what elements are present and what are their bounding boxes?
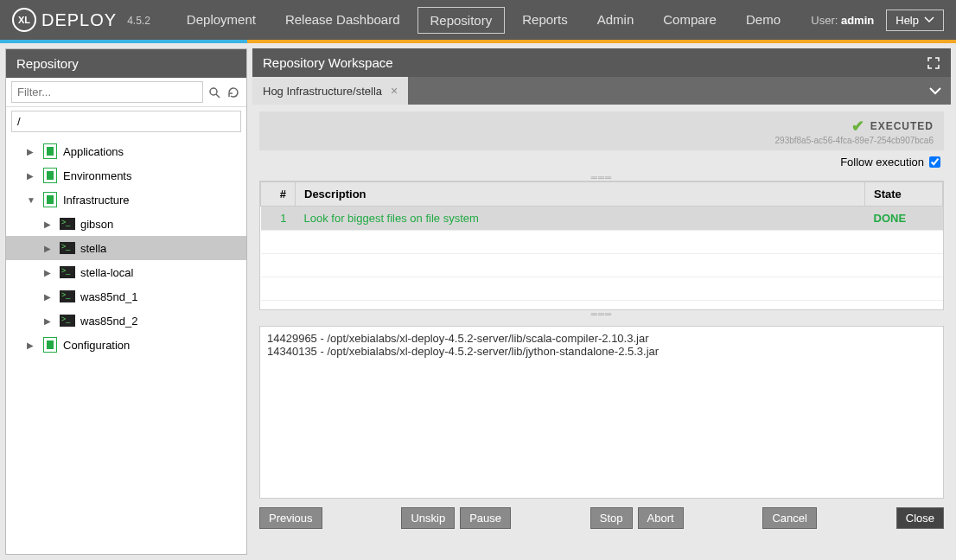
- checkmark-icon: ✔: [851, 117, 865, 136]
- product-logo: XL DEPLOY 4.5.2: [12, 8, 150, 32]
- svg-point-0: [210, 88, 217, 95]
- table-row[interactable]: 1Look for biggest files on file systemDO…: [261, 207, 943, 231]
- log-output[interactable]: 14429965 - /opt/xebialabs/xl-deploy-4.5.…: [259, 326, 944, 499]
- tree-node-gibson[interactable]: ▶gibson: [6, 212, 246, 236]
- nav-demo[interactable]: Demo: [734, 7, 793, 34]
- previous-button[interactable]: Previous: [259, 507, 322, 529]
- action-buttons: Previous Unskip Pause Stop Abort Cancel …: [259, 507, 944, 529]
- tree-node-stella-local[interactable]: ▶stella-local: [6, 260, 246, 284]
- tree-label: was85nd_1: [80, 290, 138, 303]
- cancel-button[interactable]: Cancel: [762, 507, 816, 529]
- repository-tree: ▶Applications▶Environments▼Infrastructur…: [6, 136, 246, 360]
- workspace-panel: Repository Workspace Hog Infrastructure/…: [252, 48, 951, 555]
- terminal-icon: [60, 289, 75, 304]
- help-button[interactable]: Help: [886, 10, 944, 31]
- close-button[interactable]: Close: [896, 507, 944, 529]
- chevron-down-icon: [924, 16, 934, 23]
- tab-bar: Hog Infrastructure/stella ×: [252, 77, 951, 105]
- logo-badge: XL: [12, 8, 36, 32]
- expand-icon[interactable]: ▶: [27, 340, 37, 350]
- tree-label: stella: [80, 242, 106, 255]
- sidebar-title: Repository: [6, 49, 246, 78]
- tree-node-applications[interactable]: ▶Applications: [6, 139, 246, 163]
- execution-id: 293bf8a5-ac56-4fca-89e7-254cb907bca6: [270, 136, 934, 145]
- col-description: Description: [296, 182, 865, 207]
- logo-text: DEPLOY: [41, 10, 117, 30]
- terminal-icon: [60, 313, 75, 328]
- expand-icon[interactable]: ▶: [44, 268, 54, 277]
- pause-button[interactable]: Pause: [460, 507, 511, 529]
- svg-line-1: [216, 94, 220, 98]
- search-icon[interactable]: [207, 85, 222, 100]
- tree-node-stella[interactable]: ▶stella: [6, 236, 246, 260]
- expand-icon[interactable]: ▶: [27, 171, 37, 181]
- abort-button[interactable]: Abort: [638, 507, 684, 529]
- refresh-icon[interactable]: [226, 85, 241, 100]
- table-row: [261, 254, 943, 277]
- folder-icon: [42, 168, 58, 183]
- terminal-icon: [60, 264, 75, 280]
- tree-node-environments[interactable]: ▶Environments: [6, 163, 246, 188]
- resize-grip[interactable]: ═══: [259, 174, 944, 181]
- nav-release-dashboard[interactable]: Release Dashboard: [273, 7, 412, 34]
- expand-icon[interactable]: ▶: [44, 220, 54, 229]
- col-number: #: [261, 182, 296, 207]
- expand-icon[interactable]: ▶: [44, 244, 54, 253]
- task-table: # Description State 1Look for biggest fi…: [260, 181, 943, 310]
- expand-icon[interactable]: ▶: [44, 316, 54, 326]
- tree-node-was85nd_1[interactable]: ▶was85nd_1: [6, 284, 246, 309]
- folder-icon: [42, 143, 58, 159]
- folder-icon: [42, 337, 58, 353]
- path-selector[interactable]: /: [11, 111, 241, 132]
- nav-repository[interactable]: Repository: [417, 7, 506, 34]
- tree-node-was85nd_2[interactable]: ▶was85nd_2: [6, 309, 246, 333]
- version-label: 4.5.2: [127, 15, 150, 27]
- expand-icon[interactable]: [927, 56, 940, 70]
- execution-status: ✔ EXECUTED 293bf8a5-ac56-4fca-89e7-254cb…: [259, 111, 944, 150]
- stop-button[interactable]: Stop: [590, 507, 633, 529]
- terminal-icon: [60, 240, 75, 256]
- table-row: [261, 231, 943, 254]
- unskip-button[interactable]: Unskip: [401, 507, 455, 529]
- terminal-icon: [60, 216, 75, 232]
- tree-label: gibson: [80, 218, 113, 231]
- tree-label: was85nd_2: [80, 315, 138, 328]
- nav-reports[interactable]: Reports: [510, 7, 580, 34]
- top-navbar: XL DEPLOY 4.5.2 DeploymentRelease Dashbo…: [0, 0, 956, 40]
- tree-label: Environments: [63, 169, 131, 182]
- col-state: State: [865, 182, 943, 207]
- nav-deployment[interactable]: Deployment: [175, 7, 268, 34]
- main-nav: DeploymentRelease DashboardRepositoryRep…: [175, 7, 793, 34]
- username: admin: [841, 14, 874, 27]
- tree-label: stella-local: [80, 266, 133, 279]
- user-indicator: User: admin: [811, 14, 874, 27]
- tree-label: Configuration: [63, 339, 130, 352]
- close-icon[interactable]: ×: [391, 84, 398, 98]
- nav-admin[interactable]: Admin: [585, 7, 647, 34]
- collapse-icon[interactable]: ▼: [27, 195, 37, 205]
- follow-label: Follow execution: [840, 156, 924, 169]
- repository-panel: Repository / ▶Applications▶Environments▼…: [5, 48, 247, 555]
- folder-icon: [42, 192, 58, 207]
- tree-label: Infrastructure: [63, 194, 130, 207]
- tree-node-infrastructure[interactable]: ▼Infrastructure: [6, 188, 246, 212]
- workspace-title: Repository Workspace: [263, 55, 393, 70]
- nav-compare[interactable]: Compare: [651, 7, 729, 34]
- expand-icon[interactable]: ▶: [44, 292, 54, 302]
- filter-input[interactable]: [11, 81, 203, 103]
- resize-grip[interactable]: ═══: [259, 310, 944, 317]
- chevron-down-icon[interactable]: [920, 86, 951, 95]
- workspace-tab[interactable]: Hog Infrastructure/stella ×: [252, 77, 408, 105]
- tree-label: Applications: [63, 145, 124, 158]
- follow-checkbox[interactable]: [929, 156, 940, 168]
- tree-node-configuration[interactable]: ▶Configuration: [6, 333, 246, 357]
- table-row: [261, 277, 943, 301]
- expand-icon[interactable]: ▶: [27, 147, 37, 156]
